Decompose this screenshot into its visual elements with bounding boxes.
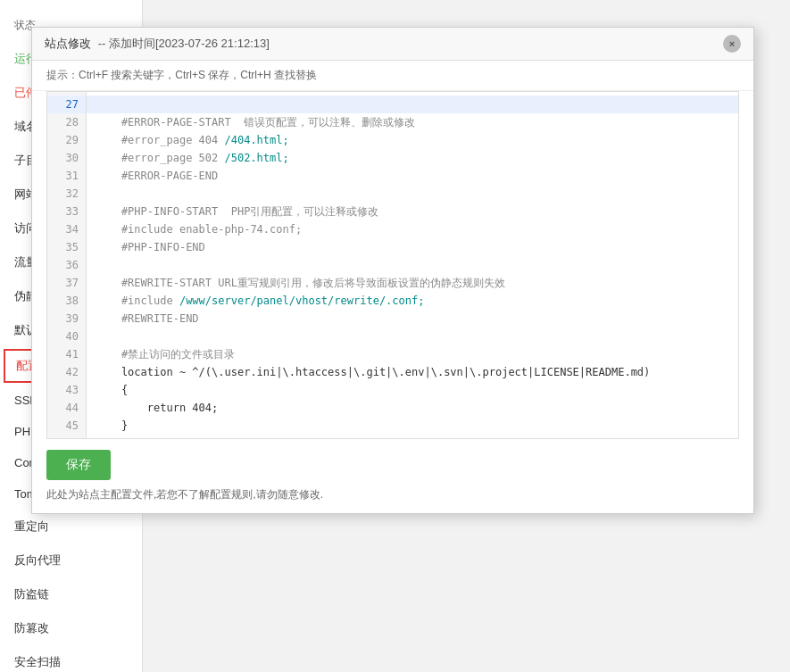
modal-title: 站点修改 -- 添加时间[2023-07-26 21:12:13]	[45, 36, 270, 52]
line-number: 39	[47, 310, 86, 328]
modal-title-main: 站点修改	[45, 37, 91, 50]
line-number: 28	[47, 113, 86, 131]
line-number: 40	[47, 328, 86, 345]
code-content[interactable]: #ERROR-PAGE-START 错误页配置，可以注释、删除或修改 #erro…	[87, 92, 738, 438]
code-line[interactable]: #REWRITE-END	[87, 310, 738, 328]
code-line[interactable]: return 404;	[87, 399, 738, 417]
line-number: 32	[47, 185, 86, 203]
line-number: 35	[47, 238, 86, 256]
line-number: 41	[47, 345, 86, 363]
sidebar-item-redirect[interactable]: 重定向	[0, 510, 142, 543]
code-line[interactable]: #ERROR-PAGE-START 错误页配置，可以注释、删除或修改	[87, 113, 738, 131]
line-number: 37	[47, 274, 86, 292]
modal-note: 此处为站点主配置文件,若您不了解配置规则,请勿随意修改.	[46, 487, 739, 502]
code-line[interactable]: #include /www/server/panel/vhost/rewrite…	[87, 292, 738, 310]
line-number: 36	[47, 256, 86, 274]
line-number: 45	[47, 417, 86, 435]
close-button[interactable]: ×	[723, 35, 741, 53]
line-number: 34	[47, 220, 86, 238]
save-button[interactable]: 保存	[46, 450, 111, 480]
code-line[interactable]	[87, 95, 738, 113]
sidebar-item-reverse-proxy[interactable]: 反向代理	[0, 543, 142, 577]
line-number: 33	[47, 203, 86, 220]
modal-dialog: 站点修改 -- 添加时间[2023-07-26 21:12:13] × 提示：C…	[31, 27, 754, 514]
hint-bar: 提示：Ctrl+F 搜索关键字，Ctrl+S 保存，Ctrl+H 查找替换	[32, 61, 753, 91]
modal-title-sub: -- 添加时间[2023-07-26 21:12:13]	[98, 37, 270, 50]
code-editor[interactable]: 2728293031323334353637383940414243444546…	[46, 91, 739, 439]
line-number: 42	[47, 363, 86, 381]
line-number: 27	[47, 95, 86, 113]
code-line[interactable]: #ERROR-PAGE-END	[87, 167, 738, 185]
sidebar-item-hotlink[interactable]: 防盗链	[0, 577, 142, 611]
code-line[interactable]: #PHP-INFO-START PHP引用配置，可以注释或修改	[87, 203, 738, 220]
line-numbers: 2728293031323334353637383940414243444546…	[47, 92, 87, 438]
hint-text: 提示：Ctrl+F 搜索关键字，Ctrl+S 保存，Ctrl+H 查找替换	[46, 69, 317, 81]
line-number: 31	[47, 167, 86, 185]
code-line[interactable]: #PHP-INFO-END	[87, 238, 738, 256]
line-number: 44	[47, 399, 86, 417]
code-line[interactable]	[87, 328, 738, 345]
line-number: 29	[47, 131, 86, 149]
line-number: 43	[47, 381, 86, 399]
code-line[interactable]: {	[87, 381, 738, 399]
code-line[interactable]: #禁止访问的文件或目录	[87, 345, 738, 363]
code-line[interactable]	[87, 435, 738, 438]
sidebar-item-tamper[interactable]: 防篡改	[0, 611, 142, 645]
page-container: 状态 运行 已停 域名管理 子目录绑定 网站目录 访问限制 流量限制 伪静态 默…	[0, 0, 790, 672]
code-line[interactable]: #error_page 502 /502.html;	[87, 149, 738, 167]
sidebar-item-security[interactable]: 安全扫描	[0, 645, 142, 672]
code-line[interactable]	[87, 256, 738, 274]
code-line[interactable]: }	[87, 417, 738, 435]
code-line[interactable]: #error_page 404 /404.html;	[87, 131, 738, 149]
code-line[interactable]	[87, 185, 738, 203]
code-line[interactable]: #REWRITE-START URL重写规则引用，修改后将导致面板设置的伪静态规…	[87, 274, 738, 292]
line-number: 38	[47, 292, 86, 310]
code-line[interactable]: location ~ ^/(\.user.ini|\.htaccess|\.gi…	[87, 363, 738, 381]
code-line[interactable]: #include enable-php-74.conf;	[87, 220, 738, 238]
line-number: 30	[47, 149, 86, 167]
modal-footer: 保存 此处为站点主配置文件,若您不了解配置规则,请勿随意修改.	[32, 439, 753, 513]
modal-header: 站点修改 -- 添加时间[2023-07-26 21:12:13] ×	[32, 28, 753, 61]
